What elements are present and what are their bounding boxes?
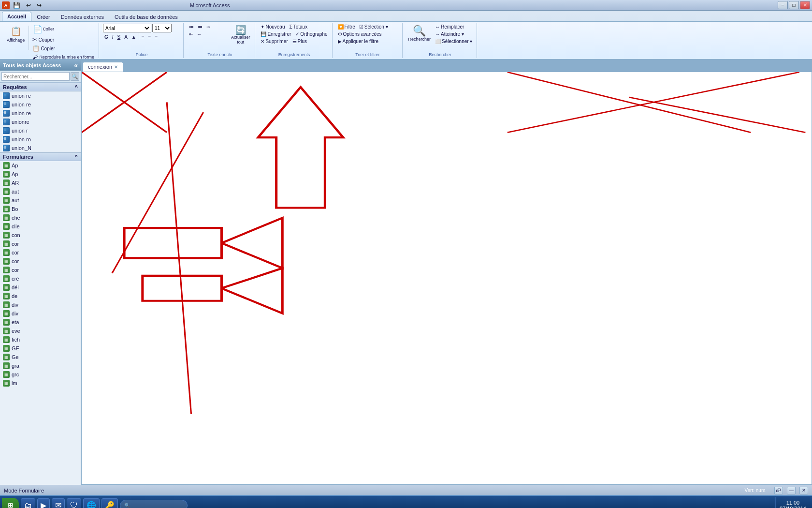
atteindre-button[interactable]: → Atteindre ▾ bbox=[434, 31, 474, 37]
highlight-button[interactable]: ▲ bbox=[130, 34, 138, 40]
selection-button[interactable]: ☑ Sélection ▾ bbox=[358, 24, 390, 30]
list-item[interactable]: ▦ con bbox=[0, 231, 81, 239]
list-item[interactable]: ▦ fich bbox=[0, 335, 81, 344]
list-item[interactable]: ▦ cor bbox=[0, 239, 81, 248]
font-size-select[interactable]: 11 bbox=[152, 24, 172, 32]
list-item[interactable]: ▦ che bbox=[0, 213, 81, 222]
couper-button[interactable]: ✂ Couper bbox=[31, 36, 96, 44]
list-item[interactable]: ▦ dél bbox=[0, 283, 81, 292]
totaux-button[interactable]: Σ Totaux bbox=[288, 24, 309, 30]
copier-icon: 📋 bbox=[32, 45, 40, 52]
supprimer-button[interactable]: ✕ Supprimer bbox=[259, 38, 289, 45]
forms-section-header[interactable]: Formulaires ^ bbox=[0, 152, 81, 161]
list-item[interactable]: ⊕ union_N bbox=[0, 144, 81, 152]
rechercher-button[interactable]: 🔍 Rechercher bbox=[406, 24, 433, 43]
maximize-button[interactable]: □ bbox=[789, 1, 799, 9]
affichage-button[interactable]: 📋 Affichage bbox=[5, 24, 27, 44]
align-right-button[interactable]: ≡ bbox=[153, 34, 159, 40]
list-item[interactable]: ⊕ union re bbox=[0, 91, 81, 100]
taskbar-key[interactable]: 🔑 bbox=[102, 498, 118, 508]
list-item[interactable]: ▦ grc bbox=[0, 370, 81, 379]
list-item[interactable]: ▦ cor bbox=[0, 257, 81, 266]
selectionner-button[interactable]: ⬜ Sélectionner ▾ bbox=[434, 38, 474, 45]
coller-button[interactable]: 📄 Coller bbox=[31, 24, 96, 35]
list-item[interactable]: ▦ de bbox=[0, 292, 81, 300]
font-name-select[interactable]: Arial bbox=[103, 24, 151, 32]
list-item[interactable]: ▦ Ap bbox=[0, 161, 81, 170]
affichage-icon: 📋 bbox=[9, 25, 23, 38]
taskbar-search-bar[interactable]: 🔍 bbox=[120, 500, 188, 508]
list-item[interactable]: ⊕ unionre bbox=[0, 118, 81, 126]
align-left-button[interactable]: ≡ bbox=[140, 34, 146, 40]
list-item[interactable]: ▦ aut bbox=[0, 187, 81, 196]
list-item[interactable]: ▦ cré bbox=[0, 274, 81, 283]
start-button[interactable]: ⊞ bbox=[2, 498, 19, 508]
list-item[interactable]: ▦ Ge bbox=[0, 353, 81, 361]
list-item[interactable]: ▦ Bo bbox=[0, 205, 81, 213]
filtre-button[interactable]: 🔽 Filtre bbox=[336, 24, 357, 30]
list-item[interactable]: ▦ eta bbox=[0, 318, 81, 327]
align-center-button[interactable]: ≡ bbox=[147, 34, 153, 40]
list-item[interactable]: ⊕ union ro bbox=[0, 135, 81, 144]
enregistrer-button[interactable]: 💾 Enregistrer bbox=[259, 31, 292, 37]
list-item[interactable]: ⊕ union re bbox=[0, 100, 81, 109]
taskbar-security[interactable]: 🛡 bbox=[67, 498, 81, 508]
tab-donnees-externes[interactable]: Données externes bbox=[56, 12, 109, 21]
list-item[interactable]: ⊕ union r bbox=[0, 126, 81, 135]
query-icon: ⊕ bbox=[3, 119, 10, 125]
minimize-button[interactable]: − bbox=[778, 1, 788, 9]
tab-outils[interactable]: Outils de base de données bbox=[109, 12, 183, 21]
underline-button[interactable]: S bbox=[116, 34, 122, 40]
list-item[interactable]: ▦ cor bbox=[0, 248, 81, 257]
font-color-button[interactable]: A bbox=[123, 34, 129, 40]
copier-button[interactable]: 📋 Copier bbox=[31, 45, 96, 52]
nav-search-input[interactable] bbox=[1, 72, 70, 81]
qa-undo[interactable]: ↩ bbox=[25, 1, 32, 9]
nav-search-button[interactable]: 🔍 bbox=[71, 72, 79, 81]
tab-creer[interactable]: Créer bbox=[31, 12, 56, 21]
indent-btn[interactable]: ⇥ bbox=[205, 24, 212, 30]
list-item[interactable]: ▦ eve bbox=[0, 327, 81, 335]
actualiser-button[interactable]: 🔄 Actualisertout bbox=[229, 24, 252, 46]
outdent-btn[interactable]: ⇤ bbox=[188, 31, 194, 37]
italic-button[interactable]: I bbox=[111, 34, 115, 40]
bold-button[interactable]: G bbox=[103, 34, 110, 40]
taskbar-browser[interactable]: 🌐 bbox=[83, 498, 100, 508]
options-avancees-button[interactable]: ⚙ Options avancées bbox=[336, 31, 383, 37]
taskbar-media-player[interactable]: ▶ bbox=[37, 498, 50, 508]
list-number-button[interactable]: ≔ bbox=[196, 24, 204, 30]
tab-close-button[interactable]: ✕ bbox=[114, 64, 118, 70]
status-min-button[interactable]: — bbox=[787, 487, 796, 494]
status-restore-button[interactable]: 🗗 bbox=[774, 487, 783, 494]
orthographe-button[interactable]: ✓ Orthographe bbox=[294, 31, 329, 37]
queries-section-header[interactable]: Requêtes ^ bbox=[0, 83, 81, 91]
qa-redo[interactable]: ↪ bbox=[35, 1, 43, 9]
list-item[interactable]: ▦ gra bbox=[0, 361, 81, 370]
taskbar-file-explorer[interactable]: 🗂 bbox=[21, 498, 35, 508]
taskbar-mail[interactable]: ✉ bbox=[52, 498, 65, 508]
list-item[interactable]: ▦ Ap bbox=[0, 170, 81, 179]
list-item[interactable]: ▦ clie bbox=[0, 222, 81, 231]
list-item[interactable]: ▦ AR bbox=[0, 179, 81, 187]
form-content-area[interactable] bbox=[81, 72, 812, 485]
list-item[interactable]: ▦ GE bbox=[0, 344, 81, 353]
plus-button[interactable]: ☰ Plus bbox=[291, 38, 308, 45]
list-item[interactable]: ▦ div bbox=[0, 309, 81, 318]
tab-accueil[interactable]: Accueil bbox=[2, 12, 31, 21]
list-item[interactable]: ▦ cor bbox=[0, 266, 81, 274]
appliquer-filtre-button[interactable]: ▶ Appliquer le filtre bbox=[336, 38, 380, 45]
list-bullet-button[interactable]: ≔ bbox=[188, 24, 195, 30]
tab-connexion[interactable]: connexion ✕ bbox=[83, 62, 123, 72]
list-item[interactable]: ▦ aut bbox=[0, 196, 81, 205]
qa-save[interactable]: 💾 bbox=[12, 1, 22, 9]
close-button[interactable]: ✕ bbox=[800, 1, 810, 9]
list-item[interactable]: ▦ div bbox=[0, 300, 81, 309]
rtl-btn[interactable]: ↔ bbox=[195, 31, 203, 37]
nouveau-button[interactable]: ✦ Nouveau bbox=[259, 24, 286, 30]
list-item[interactable]: ⊕ union re bbox=[0, 109, 81, 118]
list-item[interactable]: ▦ im bbox=[0, 379, 81, 388]
query-label: union re bbox=[12, 93, 31, 99]
status-close-button[interactable]: ✕ bbox=[799, 487, 808, 494]
nav-collapse-button[interactable]: « bbox=[74, 61, 78, 69]
remplacer-button[interactable]: ↔ Remplacer bbox=[434, 24, 474, 30]
